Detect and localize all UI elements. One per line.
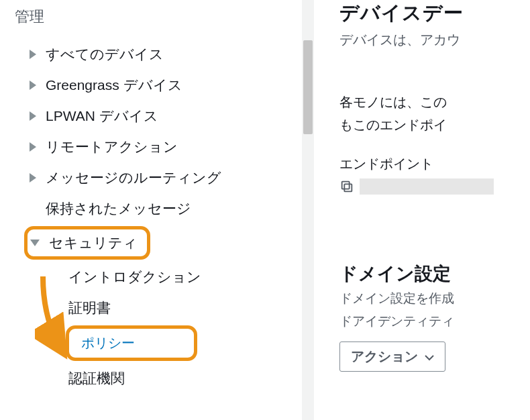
sidebar-item-label: 保持されたメッセージ — [46, 199, 191, 218]
sidebar-item-remote-actions[interactable]: リモートアクション — [15, 132, 302, 162]
sidebar-item-label: イントロダクション — [68, 268, 201, 286]
sidebar-item-lpwan[interactable]: LPWAN デバイス — [15, 101, 302, 132]
highlight-policy: ポリシー — [66, 325, 197, 361]
body-text-line2: もこのエンドポイ — [339, 113, 530, 136]
domain-settings-title: ドメイン設定 — [339, 262, 530, 286]
action-dropdown-button[interactable]: アクション — [339, 342, 445, 372]
caret-right-icon — [30, 111, 36, 121]
svg-rect-1 — [342, 182, 350, 189]
domain-desc-line2: ドアイデンティティ — [339, 311, 530, 331]
endpoint-row — [339, 178, 530, 195]
main-content: デバイスデー デバイスは、アカウ 各モノには、この もこのエンドポイ エンドポイ… — [314, 0, 530, 420]
endpoint-label: エンドポイント — [339, 155, 530, 173]
sidebar-item-security[interactable]: セキュリティ — [30, 233, 138, 252]
sidebar-item-label: LPWAN デバイス — [46, 107, 158, 125]
caret-right-icon — [30, 173, 36, 182]
sidebar-item-label: 認証機関 — [68, 369, 125, 388]
caret-right-icon — [30, 81, 36, 90]
caret-right-icon — [30, 142, 36, 152]
sidebar-item-label: リモートアクション — [46, 138, 178, 156]
sidebar-item-policies[interactable]: ポリシー — [81, 335, 135, 350]
sidebar-section-heading: 管理 — [15, 7, 302, 27]
domain-desc-line1: ドメイン設定を作成 — [339, 288, 530, 309]
page-subtitle: デバイスは、アカウ — [339, 31, 530, 49]
scrollbar-thumb[interactable] — [303, 40, 313, 134]
copy-icon[interactable] — [339, 179, 354, 194]
sidebar-item-label: メッセージのルーティング — [46, 168, 221, 187]
sidebar-item-certificates[interactable]: 証明書 — [15, 293, 302, 323]
highlight-security: セキュリティ — [24, 226, 150, 260]
caret-down-icon — [425, 349, 434, 364]
page-title: デバイスデー — [339, 0, 530, 27]
action-button-label: アクション — [351, 348, 418, 366]
caret-right-icon — [30, 50, 36, 59]
svg-rect-0 — [344, 184, 352, 191]
body-text-line1: 各モノには、この — [339, 91, 530, 113]
sidebar-item-message-routing[interactable]: メッセージのルーティング — [15, 162, 302, 193]
sidebar-item-label: すべてのデバイス — [46, 45, 164, 64]
sidebar-item-all-devices[interactable]: すべてのデバイス — [15, 39, 302, 70]
sidebar-item-label: セキュリティ — [49, 233, 138, 252]
sidebar-item-label: 証明書 — [68, 299, 111, 317]
sidebar-item-retained-messages[interactable]: 保持されたメッセージ — [15, 193, 302, 224]
sidebar-nav: 管理 すべてのデバイス Greengrass デバイス LPWAN デバイス リ… — [0, 0, 302, 420]
caret-down-icon — [30, 240, 40, 246]
sidebar-item-label: Greengrass デバイス — [46, 76, 182, 95]
sidebar-item-ca[interactable]: 認証機関 — [15, 363, 302, 394]
scrollbar-track[interactable] — [302, 0, 314, 420]
sidebar-item-greengrass[interactable]: Greengrass デバイス — [15, 70, 302, 101]
sidebar-item-label: ポリシー — [81, 335, 135, 350]
endpoint-value-redacted — [360, 178, 494, 195]
sidebar-item-introduction[interactable]: イントロダクション — [15, 262, 302, 293]
